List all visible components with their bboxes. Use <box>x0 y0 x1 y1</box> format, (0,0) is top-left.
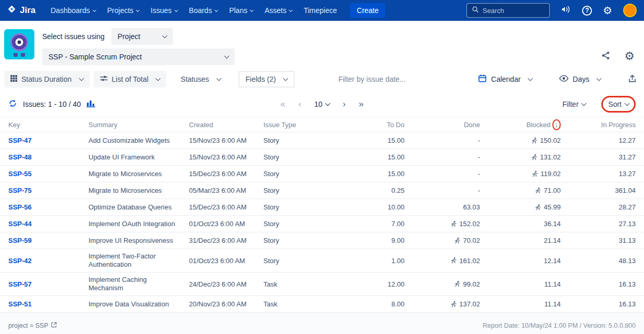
issue-key-link[interactable]: SSP-44 <box>8 220 32 228</box>
issue-type: Story <box>263 203 331 211</box>
issue-key-link[interactable]: SSP-47 <box>8 137 32 144</box>
column-header-summary[interactable]: Summary <box>89 121 189 129</box>
issue-key-link[interactable]: SSP-48 <box>8 153 32 161</box>
sort-dropdown[interactable]: Sort <box>608 100 629 108</box>
issue-key-link[interactable]: SSP-55 <box>8 170 32 178</box>
issue-inprogress-value: 16.13 <box>561 280 636 288</box>
issue-inprogress-value: 13.27 <box>561 170 636 178</box>
nav-item-dashboards[interactable]: Dashboards <box>45 0 102 21</box>
issues-count-label: Issues: 1 - 10 / 40 <box>23 100 81 108</box>
status-duration-value: 99.02 <box>463 280 480 288</box>
settings-icon[interactable]: ⚙ <box>603 5 612 16</box>
statuses-dropdown[interactable]: Statuses <box>174 71 226 88</box>
project-dropdown[interactable]: SSP - Sample Scrum Project <box>42 48 235 65</box>
issue-done-cell: - <box>405 170 480 178</box>
issue-done-cell: 161.02 <box>405 256 480 265</box>
issue-summary: Implement Caching Mechanism <box>89 273 189 295</box>
issue-type: Story <box>263 137 331 144</box>
export-button[interactable] <box>622 71 639 88</box>
chevron-down-icon <box>283 76 288 81</box>
external-link-icon <box>51 322 57 329</box>
issue-key-link[interactable]: SSP-51 <box>8 300 32 308</box>
issue-created: 01/Oct/23 6:00 AM <box>189 257 263 265</box>
column-header-done[interactable]: Done <box>405 121 480 129</box>
chevron-down-icon <box>250 8 254 11</box>
current-status-runner-icon <box>535 187 541 195</box>
prev-page-button[interactable]: ‹ <box>298 99 301 109</box>
nav-item-issues[interactable]: Issues <box>145 0 183 21</box>
table-row: SSP-59 Improve UI Responsiveness 31/Dec/… <box>0 232 644 249</box>
issue-type: Task <box>263 280 331 288</box>
issue-summary: Improve Data Visualization <box>89 297 189 312</box>
status-duration-value: 45.99 <box>544 203 561 211</box>
nav-item-timepiece[interactable]: Timepiece <box>298 0 343 21</box>
issue-created: 15/Nov/23 6:00 AM <box>189 137 263 144</box>
issue-blocked-cell: 11.14 <box>480 280 561 288</box>
table-row: SSP-75 Migrate to Microservices 05/Mar/2… <box>0 182 644 199</box>
column-header-blocked[interactable]: Blocked ↓ <box>480 120 561 130</box>
issue-key-link[interactable]: SSP-56 <box>8 203 32 211</box>
issue-key-link[interactable]: SSP-42 <box>8 257 32 265</box>
issue-inprogress-value: 48.13 <box>561 257 636 265</box>
help-icon[interactable]: ? <box>582 6 592 16</box>
announcements-icon[interactable] <box>561 4 571 17</box>
export-icon <box>628 74 637 84</box>
next-page-button[interactable]: › <box>343 99 346 109</box>
issue-date-filter-input[interactable] <box>338 75 437 83</box>
issue-inprogress-value: 16.13 <box>561 300 636 308</box>
share-icon[interactable] <box>601 51 611 63</box>
issue-done-cell: 152.02 <box>405 220 480 228</box>
column-header-in-progress[interactable]: In Progress <box>561 121 636 129</box>
issue-summary: Implement Two-Factor Authentication <box>89 249 189 272</box>
nav-item-projects[interactable]: Projects <box>102 0 145 21</box>
chevron-down-icon <box>79 76 84 81</box>
report-type-dropdown[interactable]: Status Duration <box>4 71 90 88</box>
page-size-dropdown[interactable]: 10 <box>314 100 330 108</box>
issue-todo-value: 15.00 <box>331 137 405 144</box>
issue-key-link[interactable]: SSP-75 <box>8 187 32 194</box>
issue-inprogress-value: 27.13 <box>561 220 636 228</box>
nav-item-assets[interactable]: Assets <box>259 0 298 21</box>
issue-summary: Migrate to Microservices <box>89 183 189 198</box>
nav-item-plans[interactable]: Plans <box>223 0 259 21</box>
report-settings-icon[interactable]: ⚙ <box>624 51 635 62</box>
current-status-runner-icon <box>535 204 541 212</box>
issue-todo-value: 7.00 <box>331 220 405 228</box>
create-button[interactable]: Create <box>350 3 385 18</box>
user-avatar[interactable] <box>623 4 637 17</box>
nav-item-boards[interactable]: Boards <box>183 0 223 21</box>
chart-view-button[interactable] <box>86 100 95 109</box>
current-status-runner-icon <box>450 301 457 309</box>
issue-done-cell: 70.02 <box>405 237 480 245</box>
issue-key-link[interactable]: SSP-59 <box>8 237 32 244</box>
jql-filter-link[interactable]: project = SSP <box>8 322 57 329</box>
column-header-todo[interactable]: To Do <box>331 121 405 129</box>
global-search[interactable] <box>466 3 550 18</box>
search-input[interactable] <box>483 7 540 15</box>
status-duration-value: 36.14 <box>544 220 561 228</box>
jira-logo[interactable]: Jira <box>5 5 41 16</box>
refresh-icon[interactable] <box>8 99 17 110</box>
issue-todo-value: 8.00 <box>331 300 405 308</box>
pagination: « ‹ 10 › » <box>281 99 364 109</box>
issue-type: Story <box>263 237 331 244</box>
column-header-issue-type[interactable]: Issue Type <box>263 121 331 129</box>
last-page-button[interactable]: » <box>359 99 363 109</box>
issue-inprogress-value: 361.04 <box>561 187 636 194</box>
issue-source-dropdown[interactable]: Project <box>111 28 173 45</box>
issue-key-link[interactable]: SSP-57 <box>8 280 32 288</box>
calendar-dropdown[interactable]: Calendar <box>472 71 538 88</box>
column-header-key[interactable]: Key <box>8 121 89 129</box>
filter-dropdown[interactable]: Filter <box>562 100 586 108</box>
fields-dropdown[interactable]: Fields (2) <box>238 71 295 88</box>
unit-dropdown[interactable]: Days <box>553 71 607 88</box>
list-type-dropdown[interactable]: List of Total <box>94 71 167 88</box>
issue-todo-value: 9.00 <box>331 237 405 244</box>
first-page-button[interactable]: « <box>281 99 285 109</box>
column-header-created[interactable]: Created <box>189 121 263 129</box>
issue-summary: Add Customizable Widgets <box>89 133 189 148</box>
sliders-icon <box>100 75 108 84</box>
issue-inprogress-value: 12.27 <box>561 137 636 144</box>
chevron-down-icon <box>289 8 293 11</box>
sort-descending-icon[interactable]: ↓ <box>555 121 559 129</box>
